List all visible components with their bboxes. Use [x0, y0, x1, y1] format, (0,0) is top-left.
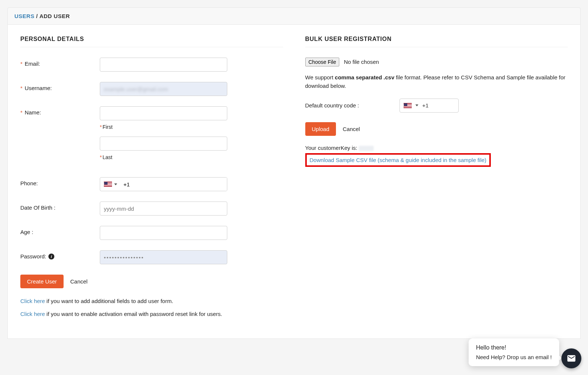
- age-label: Age :: [20, 226, 100, 235]
- chat-help-bubble[interactable]: Hello there! Need Help? Drop us an email…: [469, 338, 559, 346]
- download-sample-highlight: Download Sample CSV file (schema & guide…: [305, 153, 491, 167]
- chevron-down-icon: [415, 104, 418, 106]
- us-flag-icon: [104, 182, 112, 187]
- additional-fields-hint: Click here if you want to add additional…: [20, 298, 283, 304]
- activation-email-hint: Click here if you want to enable activat…: [20, 311, 283, 317]
- upload-button[interactable]: Upload: [305, 122, 336, 136]
- username-field[interactable]: example.user@gmail.com: [100, 82, 227, 96]
- bulk-cancel-button[interactable]: Cancel: [337, 122, 365, 136]
- first-name-sublabel: *First: [100, 124, 283, 130]
- default-country-code-label: Default country code :: [305, 102, 359, 109]
- bulk-registration-title: BULK USER REGISTRATION: [305, 36, 568, 47]
- password-label: Password: i: [20, 250, 100, 259]
- password-field[interactable]: •••••••••••••••: [100, 250, 227, 264]
- email-label: *Email:: [20, 58, 100, 67]
- phone-label: Phone:: [20, 177, 100, 186]
- breadcrumb-users-link[interactable]: USERS: [14, 13, 34, 19]
- csv-support-note: We support comma separated .csv file for…: [305, 73, 568, 90]
- name-label: *Name:: [20, 106, 100, 116]
- username-label: *Username:: [20, 82, 100, 91]
- file-chosen-status: No file chosen: [344, 59, 379, 65]
- bulk-registration-section: BULK USER REGISTRATION Choose File No fi…: [305, 36, 568, 324]
- dob-label: Date Of Birth :: [20, 202, 100, 211]
- info-icon[interactable]: i: [48, 254, 54, 259]
- chevron-down-icon: [114, 183, 117, 185]
- breadcrumb-separator: /: [36, 13, 40, 19]
- country-code-value: +1: [422, 102, 428, 109]
- us-flag-icon: [404, 103, 412, 108]
- breadcrumb-current: ADD USER: [40, 13, 70, 19]
- phone-field[interactable]: [120, 178, 227, 191]
- dob-field[interactable]: [100, 202, 227, 216]
- phone-field-wrap: [100, 177, 227, 191]
- breadcrumb: USERS / ADD USER: [7, 7, 581, 25]
- additional-fields-link[interactable]: Click here: [20, 298, 45, 304]
- cancel-button[interactable]: Cancel: [65, 275, 93, 288]
- create-user-button[interactable]: Create User: [20, 275, 64, 288]
- age-field[interactable]: [100, 226, 227, 240]
- chat-greeting: Hello there!: [476, 344, 552, 346]
- last-name-sublabel: *Last: [100, 154, 283, 160]
- activation-email-link[interactable]: Click here: [20, 311, 45, 317]
- first-name-field[interactable]: [100, 106, 227, 120]
- customer-key-value: [359, 146, 374, 151]
- choose-file-button[interactable]: Choose File: [305, 58, 340, 66]
- customer-key-line: Your customerKey is:: [305, 145, 568, 151]
- phone-country-selector[interactable]: [100, 178, 120, 191]
- email-field[interactable]: [100, 58, 227, 72]
- download-sample-csv-link[interactable]: Download Sample CSV file (schema & guide…: [310, 157, 487, 163]
- default-country-code-selector[interactable]: +1: [400, 99, 459, 113]
- last-name-field[interactable]: [100, 137, 227, 151]
- personal-details-title: PERSONAL DETAILS: [20, 36, 283, 47]
- personal-details-section: PERSONAL DETAILS *Email: *Username: exam…: [20, 36, 283, 324]
